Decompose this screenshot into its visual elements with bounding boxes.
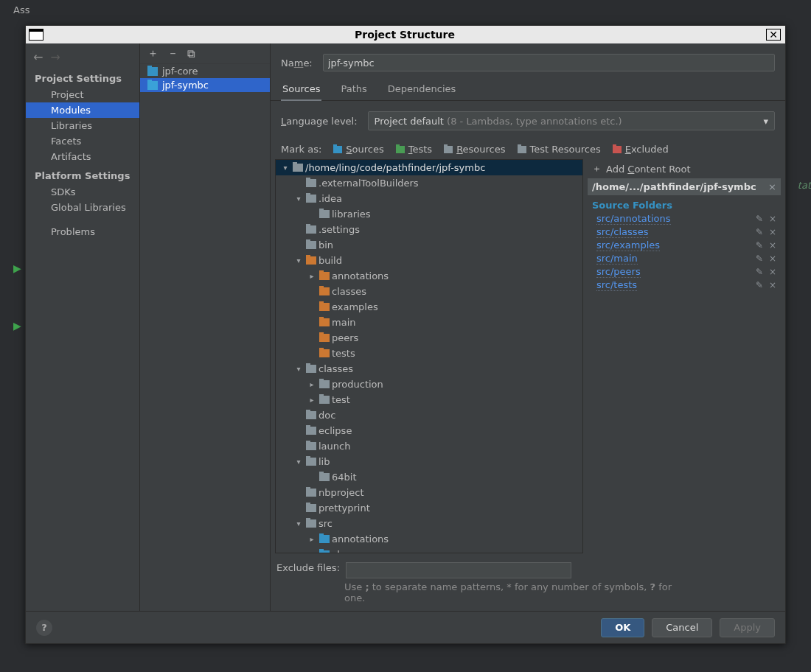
tree-item[interactable]: tests	[276, 346, 582, 361]
remove-module-button[interactable]: －	[167, 46, 178, 60]
add-module-button[interactable]: ＋	[147, 46, 159, 60]
chevron-icon[interactable]: ▾	[293, 519, 304, 528]
folder-icon	[306, 427, 316, 435]
tree-label: annotations	[332, 533, 389, 545]
tab-dependencies[interactable]: Dependencies	[386, 79, 458, 100]
remove-icon[interactable]: ×	[769, 240, 776, 251]
nav-problems[interactable]: Problems	[26, 224, 139, 239]
mark-tests[interactable]: Tests	[396, 144, 432, 155]
chevron-icon[interactable]: ▾	[293, 195, 304, 203]
tree-item[interactable]: ▸annotations	[276, 531, 582, 547]
gutter-run-icon: ▶	[13, 320, 21, 332]
remove-content-root[interactable]: ×	[768, 181, 776, 192]
help-button[interactable]: ?	[36, 620, 52, 636]
module-name-input[interactable]	[323, 54, 775, 71]
tree-item[interactable]: ▾.idea	[276, 191, 582, 206]
tree-item[interactable]: doc	[276, 407, 582, 423]
chevron-icon[interactable]: ▾	[293, 365, 304, 373]
tree-item[interactable]: main	[276, 315, 582, 330]
nav-modules[interactable]: Modules	[26, 102, 139, 118]
edit-icon[interactable]: ✎	[756, 240, 763, 251]
chevron-icon[interactable]: ▸	[307, 535, 317, 543]
tree-item[interactable]: ▸test	[276, 392, 582, 407]
content-root-label: /home/.../pathfinder/jpf-symbc	[592, 181, 756, 192]
language-level-label: Language level:	[281, 116, 358, 127]
mark-test-resources[interactable]: Test Resources	[518, 144, 601, 155]
nav-back-icon[interactable]: ←	[33, 50, 43, 64]
edit-icon[interactable]: ✎	[756, 214, 763, 224]
chevron-icon[interactable]: ▸	[307, 380, 317, 388]
nav-project[interactable]: Project	[26, 87, 139, 102]
close-button[interactable]: ✕	[766, 29, 781, 41]
folder-icon	[319, 303, 330, 311]
source-folder-link[interactable]: src/annotations	[596, 213, 671, 225]
add-content-root[interactable]: ＋ Add Content Root	[588, 159, 781, 178]
chevron-icon[interactable]: ▾	[293, 256, 304, 265]
tree-item[interactable]: .settings	[276, 222, 582, 237]
source-tree[interactable]: ▾/home/ling/code/pathfinder/jpf-symbc.ex…	[275, 159, 583, 553]
content-root-path[interactable]: /home/.../pathfinder/jpf-symbc ×	[588, 178, 781, 195]
exclude-files-input[interactable]	[346, 562, 571, 578]
tree-item[interactable]: ▾src	[276, 516, 582, 531]
tree-item[interactable]: .externalToolBuilders	[276, 175, 582, 191]
tree-item[interactable]: prettyprint	[276, 500, 582, 516]
tree-item[interactable]: examples	[276, 299, 582, 315]
tree-item[interactable]: ▸classes	[276, 547, 582, 553]
source-folder-link[interactable]: src/peers	[596, 266, 641, 278]
apply-button[interactable]: Apply	[720, 618, 775, 637]
edit-icon[interactable]: ✎	[756, 267, 763, 277]
module-jpf-symbc[interactable]: jpf-symbc	[140, 78, 270, 92]
source-folder-link[interactable]: src/examples	[596, 239, 660, 251]
source-folder-link[interactable]: src/main	[596, 253, 638, 265]
tree-item[interactable]: nbproject	[276, 485, 582, 500]
folder-icon	[293, 164, 303, 172]
remove-icon[interactable]: ×	[769, 253, 776, 264]
cancel-button[interactable]: Cancel	[652, 618, 712, 637]
mark-resources[interactable]: Resources	[444, 144, 505, 155]
copy-module-button[interactable]: ⧉	[187, 47, 195, 60]
remove-icon[interactable]: ×	[769, 227, 776, 237]
source-folder-link[interactable]: src/tests	[596, 279, 637, 291]
folder-icon	[319, 349, 330, 357]
tree-item[interactable]: ▸production	[276, 377, 582, 392]
remove-icon[interactable]: ×	[769, 267, 776, 277]
nav-global-libraries[interactable]: Global Libraries	[26, 200, 139, 215]
tree-item[interactable]: ▾build	[276, 253, 582, 268]
mark-excluded[interactable]: Excluded	[613, 144, 669, 155]
module-jpf-core[interactable]: jpf-core	[140, 64, 270, 78]
nav-libraries[interactable]: Libraries	[26, 118, 139, 133]
nav-facets[interactable]: Facets	[26, 133, 139, 149]
tree-item[interactable]: launch	[276, 438, 582, 454]
chevron-icon[interactable]: ▸	[307, 550, 317, 553]
language-level-select[interactable]: Project default (8 - Lambdas, type annot…	[368, 111, 775, 130]
ok-button[interactable]: OK	[601, 618, 644, 637]
mark-sources[interactable]: Sources	[333, 144, 383, 155]
edit-icon[interactable]: ✎	[756, 227, 763, 237]
chevron-icon[interactable]: ▸	[307, 396, 317, 404]
remove-icon[interactable]: ×	[769, 214, 776, 224]
tree-root[interactable]: ▾/home/ling/code/pathfinder/jpf-symbc	[276, 160, 582, 175]
source-folder-link[interactable]: src/classes	[596, 226, 648, 238]
tree-item[interactable]: bin	[276, 237, 582, 253]
nav-artifacts[interactable]: Artifacts	[26, 149, 139, 164]
folder-icon	[306, 365, 316, 373]
tree-item[interactable]: ▾lib	[276, 454, 582, 469]
chevron-icon[interactable]: ▸	[307, 272, 317, 280]
edit-icon[interactable]: ✎	[756, 280, 763, 290]
tree-item[interactable]: ▾classes	[276, 361, 582, 377]
tree-item[interactable]: peers	[276, 330, 582, 346]
tab-paths[interactable]: Paths	[339, 79, 368, 100]
nav-sdks[interactable]: SDKs	[26, 184, 139, 200]
chevron-icon[interactable]: ▾	[293, 458, 304, 466]
tree-item[interactable]: classes	[276, 284, 582, 299]
tab-sources[interactable]: Sources	[281, 79, 321, 100]
remove-icon[interactable]: ×	[769, 280, 776, 290]
tree-item[interactable]: libraries	[276, 206, 582, 222]
tree-item[interactable]: eclipse	[276, 423, 582, 438]
folder-icon	[319, 318, 330, 326]
tree-item[interactable]: 64bit	[276, 469, 582, 485]
bg-text: tat	[798, 180, 811, 191]
tree-item[interactable]: ▸annotations	[276, 268, 582, 284]
edit-icon[interactable]: ✎	[756, 253, 763, 264]
folder-icon	[319, 535, 330, 543]
